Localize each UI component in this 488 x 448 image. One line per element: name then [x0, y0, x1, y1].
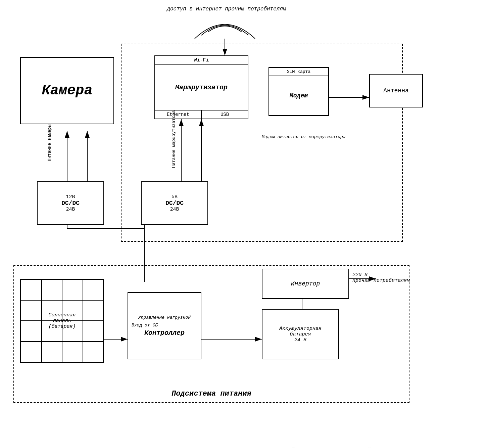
router-main-label: Маршрутизатор: [155, 65, 248, 110]
dcdc-5v-box: 5В DC/DC 24В: [141, 181, 208, 225]
controller-input-label: Вход от СБ: [128, 323, 201, 328]
internet-access-label: Доступ в Интернет прочим потребителям: [151, 6, 302, 12]
dcdc-5v-top: 5В: [172, 194, 178, 200]
dcdc-12v-mid: DC/DC: [61, 200, 80, 207]
router-wifi-label: Wi-Fi: [155, 56, 248, 65]
power-router-label: Питание маршрутизатора: [171, 141, 176, 168]
controller-main-label: Контроллер: [144, 329, 185, 337]
solar-panel-box: Солнечная панель (батарея): [20, 279, 104, 363]
dcdc-12v-box: 12В DC/DC 24В: [37, 181, 104, 225]
battery-label: Аккумуляторная батарея 24 В: [279, 326, 322, 343]
controller-load-label: Управление нагрузкой: [138, 315, 191, 320]
inverter-label: Инвертор: [291, 280, 320, 287]
modem-powered-label: Модем питается от маршрутизатора: [262, 134, 356, 139]
battery-box: Аккумуляторная батарея 24 В: [262, 309, 339, 359]
power-subsystem-label: Подсистема питания: [13, 390, 409, 398]
dcdc-5v-mid: DC/DC: [165, 200, 184, 207]
modem-main-label: Модем: [269, 76, 328, 115]
antenna-box: Антенна: [369, 74, 423, 107]
router-box: Wi-Fi Маршрутизатор Ethernet USB: [154, 55, 248, 119]
dcdc-12v-top: 12В: [66, 194, 75, 200]
router-usb-label: USB: [202, 110, 248, 119]
antenna-label: Антенна: [383, 87, 409, 94]
power-camera-label: Питание камеры: [47, 134, 52, 161]
power-220-label: 220 В прочим потребителям: [352, 272, 410, 283]
dcdc-12v-bot: 24В: [66, 207, 75, 212]
camera-label: Камера: [42, 83, 92, 99]
dcdc-5v-bot: 24В: [170, 207, 179, 212]
router-ethernet-label: Ethernet: [155, 110, 202, 119]
inverter-box: Инвертор: [262, 269, 349, 299]
modem-box: SIM карта Модем: [269, 67, 329, 116]
router-bottom: Ethernet USB: [155, 110, 248, 119]
camera-box: Камера: [20, 57, 114, 124]
modem-sim-label: SIM карта: [269, 68, 328, 76]
controller-box: Управление нагрузкой Вход от СБ Контролл…: [128, 292, 201, 359]
